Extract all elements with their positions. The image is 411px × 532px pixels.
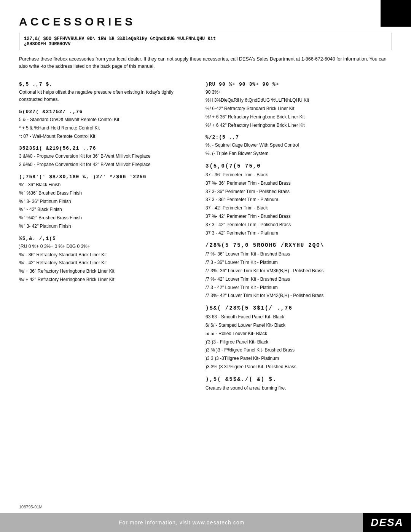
air-kit-body: Optional kit helps offset the negative p… xyxy=(19,89,194,104)
page-title: ACCESSORIES xyxy=(19,15,392,28)
brick-header2: )RU 90 %+ 90 3%+ 90 %+ xyxy=(206,81,392,87)
brick-subheader: )RU 0 %+ 0 3%+ 0 %+ D0G 0 3%+ xyxy=(19,243,194,251)
face-items: 63 63 - Smooth Faced Panel Kit- Black 6/… xyxy=(206,313,392,371)
top-black-rectangle xyxy=(381,0,411,27)
footer-text: For more information, visit www.desatech… xyxy=(0,519,363,526)
footer: For more information, visit www.desatech… xyxy=(0,513,411,532)
extruded-items: %' - 36" Black Finish % ' %36" Brushed B… xyxy=(19,181,194,230)
perimeter-header: 3(5,0(7(5 75,0 xyxy=(206,163,392,169)
page-number: 108795-01M xyxy=(19,505,43,509)
footer-logo: DESA xyxy=(363,513,411,532)
brick-items: %/ - 36" Refractory Standard Brick Liner… xyxy=(19,251,194,284)
desa-logo-text: DESA xyxy=(371,516,403,529)
blower-header: %/2:(5 .,7 xyxy=(206,134,392,140)
crackling-body: Creates the sound of a real burning fire… xyxy=(206,385,392,392)
notice-line1: 127,&( $OO $FFHVVRULHV 0D\ 1RW %H 3%DleQ… xyxy=(24,36,387,42)
face-header: )$&( /28%(5 3$1(/ .,76 xyxy=(206,305,392,311)
right-column: )RU 90 %+ 90 3%+ 90 %+ 90 3%+ %H 3%DleQa… xyxy=(206,76,392,393)
air-kit-header: $,5 .,7 $. xyxy=(19,81,194,87)
intro-text: Purchase these firebox accessories from … xyxy=(19,56,392,70)
extruded-header: (;758'(' $$/80,180 %, )2/' */$66 '2256 xyxy=(19,174,194,180)
blower-items: %. - Squirrel Cage Blower With Speed Con… xyxy=(206,142,392,158)
left-column: $,5 .,7 $. Optional kit helps offset the… xyxy=(19,76,194,393)
propane-items: 3 &%0 - Propane Conversion Kit for 36" B… xyxy=(19,153,194,169)
notice-line2: ¿8HSODFH 3URGHOVV xyxy=(24,42,387,47)
notice-box: 127,&( $OO $FFHVVRULHV 0D\ 1RW %H 3%DleQ… xyxy=(19,33,392,50)
louver-items: /7 %- 36" Louver Trim Kit - Brushed Bras… xyxy=(206,251,392,300)
remote-header: 5(027( &21752/ .,76 xyxy=(19,109,194,115)
two-column-layout: $,5 .,7 $. Optional kit helps offset the… xyxy=(19,76,392,393)
brick-header: %5,&. /,1(5 xyxy=(19,236,194,241)
propane-header: 3523$1( &219(56,21 .,76 xyxy=(19,145,194,151)
brick-subheader2: 90 3%+ xyxy=(206,89,392,96)
main-content: ACCESSORIES 127,&( $OO $FFHVVRULHV 0D\ 1… xyxy=(0,0,411,393)
louver-header: /28%(5 75,0 5ROOHG /RXYHU 2QO\ xyxy=(206,242,392,248)
brick-items2: %H 3%DleQaRlHy 6tQndDdUG %ULFNhLQHU Kit … xyxy=(206,97,392,129)
remote-items: 5 & - Standard On/Off Millivolt Remote C… xyxy=(19,116,194,140)
crackling-header: ),5( &5$&./( &) $. xyxy=(206,376,392,382)
perimeter-items: 37 - 36" Perimeter Trim - Black 37 %- 36… xyxy=(206,171,392,237)
page-wrapper: ACCESSORIES 127,&( $OO $FFHVVRULHV 0D\ 1… xyxy=(0,0,411,532)
